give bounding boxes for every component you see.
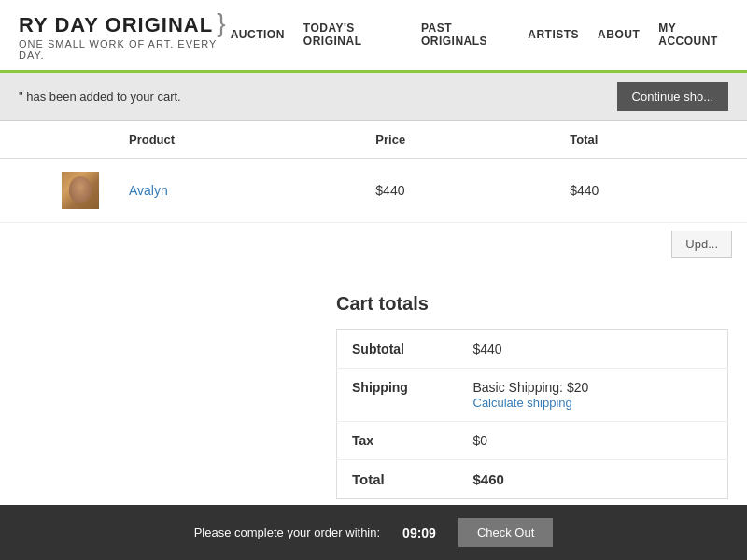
table-row: Avalyn $440 $440 [0, 158, 747, 222]
cart-table-body: Avalyn $440 $440 [0, 158, 747, 222]
logo-area: RY DAY ORIGINAL} ONE SMALL WORK OF ART. … [19, 9, 231, 61]
nav-todays-original[interactable]: TODAY'S ORIGINAL [303, 21, 402, 48]
total-label: Total [337, 459, 458, 498]
col-price: Price [360, 121, 555, 159]
nav-past-originals[interactable]: PAST ORIGINALS [421, 21, 509, 48]
col-remove [0, 121, 47, 159]
subtotal-value: $440 [458, 329, 728, 368]
image-cell [47, 158, 114, 222]
shipping-value: Basic Shipping: $20 Calculate shipping [458, 368, 728, 421]
product-image-face [69, 176, 92, 203]
nav-about[interactable]: ABOUT [598, 28, 640, 41]
main-nav: AUCTION TODAY'S ORIGINAL PAST ORIGINALS … [231, 21, 728, 48]
product-link[interactable]: Avalyn [129, 183, 168, 198]
cart-table: Product Price Total Avalyn [0, 121, 747, 223]
totals-table: Subtotal $440 Shipping Basic Shipping: $… [336, 329, 728, 499]
subtotal-label: Subtotal [337, 329, 458, 368]
tax-row: Tax $0 [337, 421, 728, 459]
cart-notification-bar: " has been added to your cart. Continue … [0, 73, 747, 121]
logo-subtitle: ONE SMALL WORK OF ART. EVERY DAY. [19, 38, 231, 61]
total-cell: $440 [555, 158, 747, 222]
nav-auction[interactable]: AUCTION [231, 28, 285, 41]
col-product: Product [114, 121, 360, 159]
tax-label: Tax [337, 421, 458, 459]
shipping-row: Shipping Basic Shipping: $20 Calculate s… [337, 368, 728, 421]
header: RY DAY ORIGINAL} ONE SMALL WORK OF ART. … [0, 0, 747, 73]
product-name-cell: Avalyn [114, 158, 360, 222]
nav-my-account[interactable]: MY ACCOUNT [658, 21, 728, 48]
cart-table-head: Product Price Total [0, 121, 747, 159]
cart-table-header-row: Product Price Total [0, 121, 747, 159]
update-btn-row: Upd... [0, 223, 747, 265]
nav-artists[interactable]: ARTISTS [528, 28, 579, 41]
bottom-bar: Please complete your order within: 09:09… [0, 505, 747, 560]
main-content: " has been added to your cart. Continue … [0, 73, 747, 560]
bottom-bar-message: Please complete your order within: [194, 525, 380, 539]
remove-cell [0, 158, 47, 222]
subtotal-row: Subtotal $440 [337, 329, 728, 368]
product-image [62, 172, 99, 209]
shipping-label: Shipping [337, 368, 458, 421]
total-value: $460 [458, 459, 728, 498]
col-total: Total [555, 121, 747, 159]
col-image [47, 121, 114, 159]
total-row: Total $460 [337, 459, 728, 498]
cart-notification-text: " has been added to your cart. [19, 90, 181, 104]
update-cart-button[interactable]: Upd... [671, 231, 732, 258]
logo-title: RY DAY ORIGINAL} [19, 9, 231, 38]
countdown-timer: 09:09 [402, 525, 436, 540]
shipping-basic-text: Basic Shipping: $20 [473, 380, 713, 395]
totals-body: Subtotal $440 Shipping Basic Shipping: $… [337, 329, 728, 498]
continue-shopping-button[interactable]: Continue sho... [617, 82, 728, 111]
checkout-button-bottom[interactable]: Check Out [458, 518, 553, 547]
cart-table-wrapper: Product Price Total Avalyn [0, 121, 747, 274]
logo-bracket: } [217, 9, 226, 38]
calculate-shipping-link[interactable]: Calculate shipping [473, 396, 572, 410]
tax-value: $0 [458, 421, 728, 459]
cart-totals-title: Cart totals [336, 293, 728, 315]
price-cell: $440 [360, 158, 555, 222]
